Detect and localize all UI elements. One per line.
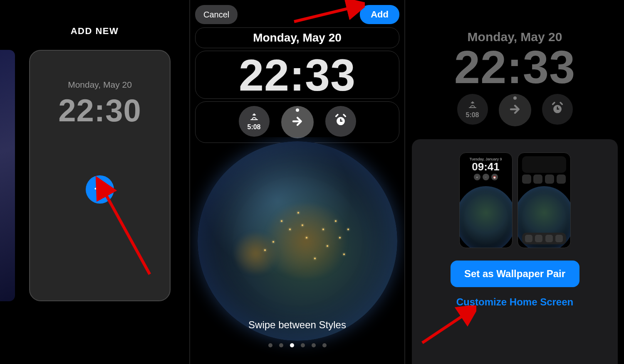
- next-up-widget[interactable]: [281, 106, 314, 138]
- preview-time: 09:41: [460, 161, 512, 172]
- alarm-widget: [542, 94, 573, 125]
- app-placeholder: [522, 175, 531, 184]
- sunrise-icon: [249, 112, 259, 123]
- next-up-widget: [499, 94, 531, 126]
- date-widget-slot[interactable]: Monday, May 20: [195, 27, 399, 48]
- panel-set-wallpaper: Monday, May 20 22:33 5:08: [406, 0, 624, 364]
- clock-widget-slot[interactable]: 22:33: [195, 51, 399, 99]
- home-screen-preview[interactable]: [518, 152, 571, 248]
- clock-text: 22:33: [239, 50, 356, 100]
- card-time: 22:30: [30, 92, 170, 128]
- customize-home-screen-button[interactable]: Customize Home Screen: [456, 296, 573, 308]
- dock-app-placeholder: [535, 235, 542, 242]
- page-dot[interactable]: [312, 343, 316, 347]
- dock-app-placeholder: [525, 235, 532, 242]
- cancel-button[interactable]: Cancel: [195, 5, 238, 24]
- mini-sunrise-icon: ☀: [474, 174, 480, 180]
- sunrise-time: 5:08: [466, 111, 479, 119]
- alarm-clock-icon: [334, 113, 348, 129]
- page-dot[interactable]: [268, 343, 272, 347]
- sunrise-icon: [468, 100, 478, 111]
- date-text: Monday, May 20: [253, 31, 342, 44]
- panel-wallpaper-editor: Cancel Add Monday, May 20 22:33 5:08: [190, 0, 404, 364]
- svg-rect-11: [557, 108, 559, 110]
- app-placeholder: [533, 175, 542, 184]
- dock-app-placeholder: [545, 235, 553, 242]
- earth-globe: [198, 141, 397, 341]
- set-wallpaper-pair-button[interactable]: Set as Wallpaper Pair: [451, 261, 579, 287]
- alarm-widget[interactable]: [325, 106, 356, 137]
- app-placeholder: [545, 175, 554, 184]
- arrow-right-icon: [509, 103, 521, 117]
- swipe-hint: Swipe between Styles: [190, 319, 404, 331]
- mini-arrow-icon: →: [483, 174, 489, 180]
- clock-text-dimmed: 22:33: [406, 44, 624, 91]
- new-wallpaper-card[interactable]: Monday, May 20 22:30: [29, 50, 171, 301]
- sunrise-widget[interactable]: 5:08: [239, 106, 270, 137]
- sunrise-widget: 5:08: [457, 94, 488, 125]
- add-new-header: ADD NEW: [0, 26, 189, 37]
- add-button[interactable]: Add: [360, 5, 399, 24]
- lock-screen-preview[interactable]: Tuesday, January 9 09:41 ☀ → ⏰: [459, 152, 513, 248]
- svg-rect-6: [340, 121, 342, 122]
- add-wallpaper-button[interactable]: [86, 175, 114, 204]
- mini-alarm-icon: ⏰: [491, 174, 498, 180]
- previous-wallpaper-peek[interactable]: [0, 50, 15, 301]
- page-dot[interactable]: [279, 343, 283, 347]
- page-dot[interactable]: [301, 343, 305, 347]
- wallpaper-pair-sheet: Tuesday, January 9 09:41 ☀ → ⏰: [412, 139, 618, 364]
- pair-previews: Tuesday, January 9 09:41 ☀ → ⏰: [420, 152, 609, 248]
- home-widget-placeholder: [522, 156, 566, 173]
- mini-earth: [459, 186, 513, 248]
- page-dot-active[interactable]: [290, 343, 294, 347]
- arrow-right-icon: [291, 115, 304, 129]
- dock-app-placeholder: [555, 235, 563, 242]
- page-dot[interactable]: [322, 343, 327, 347]
- indicator-dot-icon: [296, 108, 299, 112]
- card-date: Monday, May 20: [30, 80, 170, 90]
- home-dock: [522, 233, 566, 244]
- app-placeholder: [557, 175, 566, 184]
- panel-add-new: ADD NEW Monday, May 20 22:30: [0, 0, 189, 364]
- style-page-indicator[interactable]: [190, 343, 404, 347]
- sunrise-time: 5:08: [247, 123, 260, 131]
- bottom-widgets-dimmed: 5:08: [406, 94, 624, 126]
- indicator-dot-icon: [513, 96, 517, 100]
- alarm-clock-icon: [550, 101, 565, 117]
- divider: [404, 0, 405, 364]
- bottom-widget-slot[interactable]: 5:08: [195, 101, 399, 143]
- plus-icon: [93, 182, 106, 197]
